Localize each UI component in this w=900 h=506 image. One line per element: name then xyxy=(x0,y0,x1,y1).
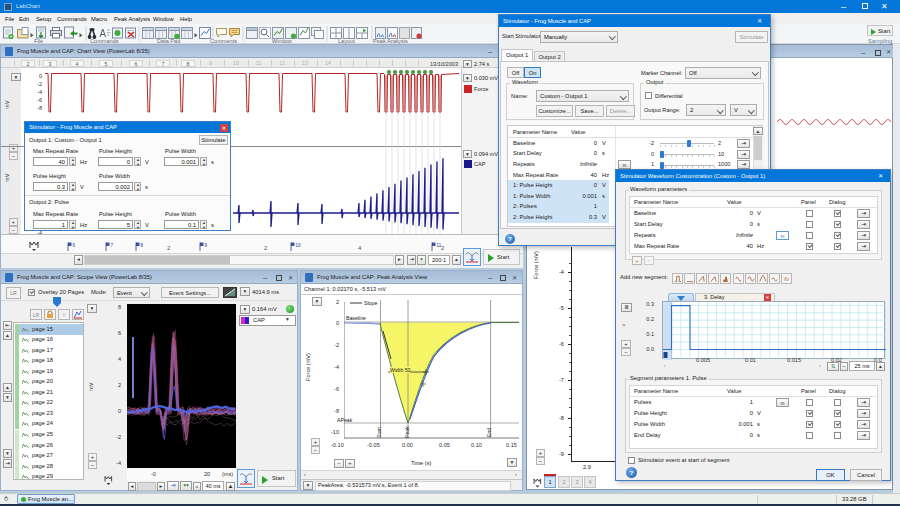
svg-text:10: 10 xyxy=(296,243,302,248)
svg-text:9: 9 xyxy=(205,243,208,248)
svg-text:2: 2 xyxy=(441,245,445,251)
svg-text:2: 2 xyxy=(264,245,268,251)
svg-text:4: 4 xyxy=(358,245,362,251)
svg-text:8: 8 xyxy=(141,243,144,248)
svg-text:6: 6 xyxy=(73,243,76,248)
svg-text:2: 2 xyxy=(167,245,171,251)
svg-text:7: 7 xyxy=(111,243,114,248)
svg-text:fo: fo xyxy=(784,276,788,282)
